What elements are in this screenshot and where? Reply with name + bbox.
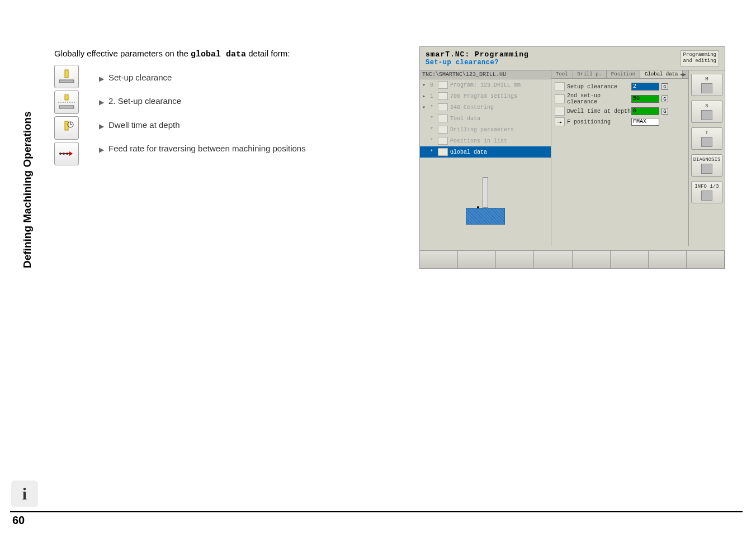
form-row: Dwell time at depth0G bbox=[555, 107, 685, 116]
form-row-unit: G bbox=[662, 96, 668, 102]
ss-form-panel: ToolDrill p.PositionGlobal data◀▶ Setup … bbox=[551, 70, 688, 246]
svg-rect-2 bbox=[65, 94, 68, 100]
form-row-unit: G bbox=[662, 108, 668, 115]
toolbar-letter: T bbox=[705, 130, 708, 136]
softkey[interactable] bbox=[420, 251, 458, 268]
ss-softkey-row bbox=[420, 250, 725, 268]
tree-row[interactable]: *Global data bbox=[420, 146, 551, 158]
toolbar-button[interactable]: INFO 1/3 bbox=[691, 181, 722, 203]
toolbar-label: INFO 1/3 bbox=[694, 184, 719, 189]
tree-row[interactable]: ▾0Program: 123_DRILL mm bbox=[420, 79, 551, 91]
toolbar-button[interactable]: M bbox=[691, 74, 722, 96]
tree-expand-icon[interactable]: ▾ bbox=[422, 104, 428, 111]
dwell-time-icon bbox=[54, 116, 79, 140]
ss-prompt: Set-up clearance? bbox=[426, 59, 529, 66]
form-row-label: Dwell time at depth bbox=[567, 108, 631, 115]
tree-label: 240 Centering bbox=[450, 104, 494, 111]
ss-form-rows: Setup clearance2G2nd set-up clearance50G… bbox=[551, 79, 688, 131]
form-tab[interactable]: Drill p. bbox=[573, 70, 607, 78]
tree-node-icon bbox=[438, 126, 448, 134]
form-row-icon bbox=[555, 82, 565, 91]
form-tab[interactable]: Position bbox=[607, 70, 640, 78]
footer-rule bbox=[10, 511, 743, 512]
ss-mode-badge: Programming and editing bbox=[681, 50, 719, 66]
tree-label: Drilling parameters bbox=[450, 127, 514, 133]
bullet-item: ▶ Dwell time at depth bbox=[99, 119, 367, 132]
softkey[interactable] bbox=[687, 251, 725, 268]
second-setup-clearance-icon bbox=[54, 91, 79, 114]
softkey[interactable] bbox=[649, 251, 687, 268]
bullet-item: ▶ 2. Set-up clearance bbox=[99, 95, 367, 108]
intro-paragraph: Globally effective parameters on the glo… bbox=[54, 47, 367, 61]
ss-tree-panel: TNC:\SMARTNC\123_DRILL.HU ▾0Program: 123… bbox=[420, 70, 551, 246]
toolbar-letter: M bbox=[705, 77, 708, 82]
form-row-label: F positioning bbox=[567, 119, 631, 125]
toolbar-mini-icon bbox=[701, 137, 712, 147]
svg-point-10 bbox=[63, 153, 65, 155]
form-tab[interactable]: Tool bbox=[551, 70, 573, 78]
info-callout: i bbox=[11, 480, 38, 507]
form-row-input[interactable]: 50 bbox=[631, 95, 659, 103]
svg-point-9 bbox=[59, 153, 62, 155]
bullet-text: Dwell time at depth bbox=[108, 119, 180, 132]
tree-row[interactable]: *Tool data bbox=[420, 113, 551, 124]
form-row-input[interactable]: 0 bbox=[631, 107, 659, 115]
ss-right-toolbar: MSTDIAGNOSISINFO 1/3 bbox=[688, 70, 725, 246]
tree-row[interactable]: ▸1700 Program settings bbox=[420, 91, 551, 102]
tree-node-icon bbox=[438, 103, 448, 111]
intro-mono: global data bbox=[191, 50, 246, 59]
softkey[interactable] bbox=[573, 251, 611, 268]
form-row-unit: G bbox=[662, 83, 668, 90]
form-row-icon bbox=[555, 107, 565, 116]
bullet-text: 2. Set-up clearance bbox=[108, 95, 181, 108]
tree-node-icon bbox=[438, 137, 448, 145]
bullet-triangle-icon: ▶ bbox=[99, 97, 104, 107]
form-tab[interactable]: Global data bbox=[640, 70, 683, 78]
tree-index: * bbox=[430, 104, 436, 111]
section-title-vertical: Defining Machining Operations bbox=[21, 111, 34, 268]
softkey[interactable] bbox=[458, 251, 496, 268]
tree-node-icon bbox=[438, 148, 448, 156]
svg-rect-3 bbox=[59, 106, 74, 108]
tree-expand-icon[interactable]: ▾ bbox=[422, 82, 428, 88]
cnc-screenshot: smarT.NC: Programming Set-up clearance? … bbox=[419, 46, 725, 269]
bullet-text: Feed rate for traversing between machini… bbox=[108, 142, 306, 155]
form-row: ⋯▸F positioningFMAX bbox=[555, 117, 685, 126]
tab-nav-arrows-icon[interactable]: ◀▶ bbox=[680, 72, 686, 78]
ss-tree-items: ▾0Program: 123_DRILL mm▸1700 Program set… bbox=[420, 79, 551, 158]
ss-app-title: smarT.NC: Programming bbox=[426, 50, 529, 59]
form-row-input[interactable]: FMAX bbox=[631, 118, 659, 126]
form-row: Setup clearance2G bbox=[555, 82, 685, 91]
toolbar-button[interactable]: DIAGNOSIS bbox=[691, 154, 722, 177]
softkey[interactable] bbox=[496, 251, 534, 268]
tree-row[interactable]: ▾*240 Centering bbox=[420, 102, 551, 113]
tree-label: Program: 123_DRILL mm bbox=[450, 82, 521, 88]
tree-label: Global data bbox=[450, 149, 487, 155]
bullet-text: Set-up clearance bbox=[108, 72, 172, 84]
toolbar-mini-icon bbox=[701, 110, 712, 120]
svg-rect-0 bbox=[65, 70, 68, 78]
bullet-triangle-icon: ▶ bbox=[99, 121, 104, 131]
tree-expand-icon[interactable]: ▸ bbox=[422, 93, 428, 99]
tree-row[interactable]: *Drilling parameters bbox=[420, 124, 551, 135]
softkey[interactable] bbox=[534, 251, 572, 268]
tree-row[interactable]: *Positions in list bbox=[420, 135, 551, 146]
tree-index: 1 bbox=[430, 93, 436, 99]
toolbar-mini-icon bbox=[701, 191, 712, 201]
toolbar-label: DIAGNOSIS bbox=[693, 157, 721, 163]
bullet-triangle-icon: ▶ bbox=[99, 145, 104, 155]
bullet-item: ▶ Feed rate for traversing between machi… bbox=[99, 142, 367, 155]
form-row-icon bbox=[555, 94, 565, 103]
setup-clearance-icon bbox=[54, 65, 79, 88]
softkey[interactable] bbox=[611, 251, 649, 268]
svg-point-11 bbox=[66, 153, 68, 155]
intro-prefix: Globally effective parameters on the bbox=[54, 49, 191, 58]
bullet-list: ▶ Set-up clearance ▶ 2. Set-up clearance… bbox=[99, 72, 367, 155]
toolbar-button[interactable]: S bbox=[691, 101, 722, 123]
feed-positioning-icon bbox=[54, 142, 79, 165]
form-row-input[interactable]: 2 bbox=[631, 83, 659, 91]
tree-index: 0 bbox=[430, 82, 436, 88]
tree-label: Positions in list bbox=[450, 138, 507, 144]
toolbar-button[interactable]: T bbox=[691, 127, 722, 150]
info-icon: i bbox=[22, 484, 27, 503]
